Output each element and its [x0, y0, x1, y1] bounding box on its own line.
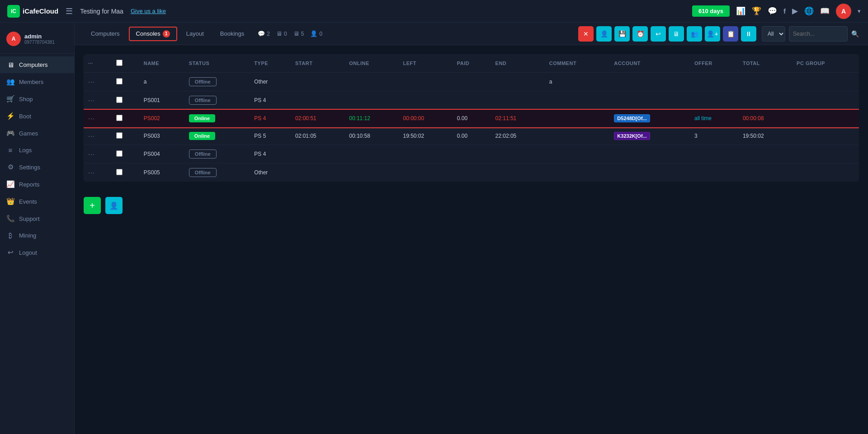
search-icon[interactable]: 🔍 — [851, 30, 859, 37]
tab-layout[interactable]: Layout — [179, 27, 211, 41]
table-row-highlighted: ··· PS002 Online PS 4 02:00:51 00:11:12 … — [84, 110, 859, 127]
sidebar-item-members[interactable]: 👥 Members — [0, 73, 74, 90]
row-end — [491, 145, 545, 163]
topnav-avatar[interactable]: A — [836, 4, 851, 19]
youtube-icon[interactable]: ▶ — [792, 6, 798, 16]
row-paid — [453, 73, 491, 91]
sidebar-label-computers: Computers — [19, 61, 48, 68]
row-start — [291, 91, 344, 110]
action-close-btn[interactable]: ✕ — [578, 26, 594, 42]
action-screen-btn[interactable]: 🖥 — [669, 26, 684, 42]
add-console-button[interactable]: + — [84, 197, 101, 214]
sidebar-username: admin — [24, 33, 55, 40]
row-left — [398, 163, 452, 182]
row-dots-btn[interactable]: ··· — [88, 115, 95, 122]
globe-icon[interactable]: 🌐 — [804, 6, 814, 16]
row-end: 22:02:05 — [491, 127, 545, 145]
consoles-table-container: ··· NAME STATUS TYPE START ONLINE LEFT P… — [84, 54, 859, 182]
sidebar-item-support[interactable]: 📞 Support — [0, 210, 74, 227]
col-name: NAME — [139, 54, 184, 73]
row-type: Other — [250, 73, 291, 91]
topnav-like-link[interactable]: Give us a like — [131, 8, 166, 14]
row-checkbox[interactable] — [116, 78, 123, 84]
action-list-btn[interactable]: 📋 — [723, 26, 738, 42]
leaderboard-icon[interactable]: 📊 — [736, 6, 745, 16]
status-badge: Online — [189, 114, 215, 122]
filter-select[interactable]: All — [762, 26, 785, 42]
row-dots-btn[interactable]: ··· — [88, 150, 95, 158]
sidebar-item-reports[interactable]: 📈 Reports — [0, 176, 74, 193]
book-icon[interactable]: 📖 — [820, 6, 830, 16]
computers-icon: 🖥 — [6, 61, 14, 69]
action-adduser-btn[interactable]: 👤+ — [705, 26, 720, 42]
support-icon: 📞 — [6, 215, 14, 223]
col-account: ACCOUNT — [609, 54, 690, 73]
row-checkbox[interactable] — [116, 150, 123, 157]
row-dots-btn[interactable]: ··· — [88, 169, 95, 176]
trophy-icon[interactable]: 🏆 — [752, 6, 761, 16]
boot-icon: ⚡ — [6, 112, 14, 120]
row-start — [291, 73, 344, 91]
action-users-btn[interactable]: 👥 — [687, 26, 702, 42]
status-badge: Offline — [189, 96, 217, 105]
add-user-button[interactable]: 👤 — [105, 197, 123, 214]
sidebar-item-mining[interactable]: ₿ Mining — [0, 227, 74, 244]
sidebar-item-logs[interactable]: ≡ Logs — [0, 142, 74, 159]
action-time-btn[interactable]: ⏰ — [632, 26, 648, 42]
row-left: 19:50:02 — [398, 127, 452, 145]
topnav-chevron-icon[interactable]: ▾ — [858, 8, 861, 14]
action-user-btn[interactable]: 👤 — [596, 26, 612, 42]
row-left — [398, 145, 452, 163]
hamburger-button[interactable]: ☰ — [66, 6, 73, 16]
row-left — [398, 73, 452, 91]
row-type: Other — [250, 163, 291, 182]
games-icon: 🎮 — [6, 129, 14, 137]
row-checkbox[interactable] — [116, 169, 123, 175]
sidebar-label-logout: Logout — [19, 249, 37, 256]
sidebar-item-logout[interactable]: ↩ Logout — [0, 244, 74, 261]
action-return-btn[interactable]: ↩ — [651, 26, 666, 42]
row-checkbox[interactable] — [116, 115, 123, 121]
sidebar-label-reports: Reports — [19, 181, 40, 188]
row-dots-btn[interactable]: ··· — [88, 132, 95, 140]
sidebar-item-settings[interactable]: ⚙ Settings — [0, 159, 74, 176]
sidebar-item-events[interactable]: 👑 Events — [0, 193, 74, 210]
action-pause-btn[interactable]: ⏸ — [741, 26, 756, 42]
logo[interactable]: iC iCafeCloud — [7, 5, 58, 18]
action-save-btn[interactable]: 💾 — [614, 26, 630, 42]
tab-computers[interactable]: Computers — [84, 27, 127, 41]
sidebar-item-computers[interactable]: 🖥 Computers — [0, 56, 74, 73]
row-offer — [690, 91, 738, 110]
tab-bookings-label: Bookings — [220, 30, 244, 37]
row-checkbox[interactable] — [116, 97, 123, 103]
tab-computers-label: Computers — [91, 30, 120, 37]
row-online — [344, 163, 398, 182]
tab-bookings[interactable]: Bookings — [213, 27, 251, 41]
sidebar-item-boot[interactable]: ⚡ Boot — [0, 107, 74, 125]
sidebar-item-games[interactable]: 🎮 Games — [0, 125, 74, 142]
select-all-checkbox[interactable] — [116, 60, 123, 66]
sidebar-item-shop[interactable]: 🛒 Shop — [0, 90, 74, 107]
tab-multi-item[interactable]: 🖥 5 — [293, 30, 304, 37]
sidebar-phone: 097778704381 — [24, 40, 55, 45]
search-input[interactable] — [789, 26, 848, 42]
events-icon: 👑 — [6, 197, 14, 205]
table-body: ··· a Offline Other a — [84, 73, 859, 182]
row-checkbox[interactable] — [116, 132, 123, 139]
row-offer: all time — [690, 110, 738, 127]
facebook-icon[interactable]: f — [783, 7, 786, 15]
discord-icon[interactable]: 💬 — [768, 6, 777, 16]
tab-user-item[interactable]: 👤 0 — [310, 30, 322, 37]
row-dots-btn[interactable]: ··· — [88, 97, 95, 104]
row-type: PS 5 — [250, 127, 291, 145]
row-dots-btn[interactable]: ··· — [88, 78, 95, 85]
tab-screen-item[interactable]: 🖥 0 — [276, 30, 287, 37]
tab-chat-item[interactable]: 💬 2 — [258, 30, 270, 37]
logout-icon: ↩ — [6, 248, 14, 257]
tab-consoles[interactable]: Consoles 1 — [129, 27, 177, 41]
table-row: ··· a Offline Other a — [84, 73, 859, 91]
row-type: PS 4 — [250, 145, 291, 163]
bottom-actions: + 👤 — [75, 191, 868, 220]
col-comment: COMMENT — [545, 54, 610, 73]
row-left — [398, 91, 452, 110]
